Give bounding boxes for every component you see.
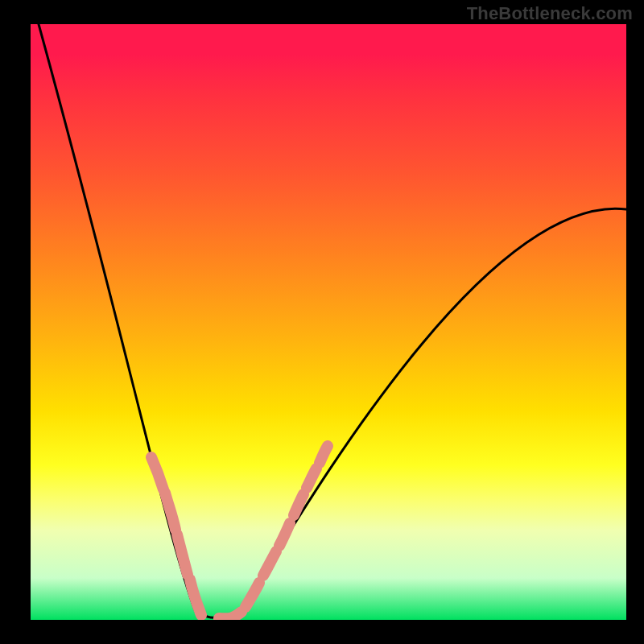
curve-layer: [31, 24, 626, 620]
left-overlay-dots: [151, 457, 201, 615]
watermark-text: TheBottleneck.com: [467, 3, 633, 24]
bottleneck-curve: [39, 24, 626, 618]
plot-area: [31, 24, 626, 620]
right-overlay-dots: [219, 446, 328, 618]
chart-frame: TheBottleneck.com: [0, 0, 644, 644]
